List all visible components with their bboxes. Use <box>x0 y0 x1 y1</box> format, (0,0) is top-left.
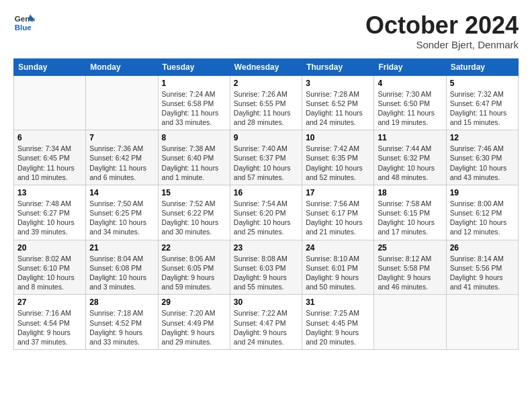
day-number: 8 <box>162 133 226 142</box>
day-number: 24 <box>306 243 370 253</box>
day-cell: 26Sunrise: 8:14 AMSunset: 5:56 PMDayligh… <box>446 240 518 295</box>
logo: General Blue <box>13 12 35 34</box>
day-info: Sunrise: 7:58 AMSunset: 6:15 PMDaylight:… <box>378 199 442 237</box>
day-number: 31 <box>306 298 370 307</box>
day-cell: 1Sunrise: 7:24 AMSunset: 6:58 PMDaylight… <box>158 75 230 130</box>
calendar-table: SundayMondayTuesdayWednesdayThursdayFrid… <box>13 58 519 350</box>
weekday-thursday: Thursday <box>302 58 374 75</box>
day-cell: 5Sunrise: 7:32 AMSunset: 6:47 PMDaylight… <box>446 75 518 130</box>
day-cell <box>86 75 158 130</box>
day-cell: 4Sunrise: 7:30 AMSunset: 6:50 PMDaylight… <box>374 75 446 130</box>
title-area: October 2024 Sonder Bjert, Denmark <box>365 12 519 50</box>
day-number: 26 <box>450 243 515 253</box>
day-cell: 9Sunrise: 7:40 AMSunset: 6:37 PMDaylight… <box>230 130 302 185</box>
day-number: 15 <box>162 188 226 197</box>
day-cell: 13Sunrise: 7:48 AMSunset: 6:27 PMDayligh… <box>14 185 86 240</box>
day-info: Sunrise: 8:00 AMSunset: 6:12 PMDaylight:… <box>450 199 515 237</box>
day-info: Sunrise: 7:32 AMSunset: 6:47 PMDaylight:… <box>450 89 515 128</box>
day-number: 12 <box>450 133 515 142</box>
week-row-4: 20Sunrise: 8:02 AMSunset: 6:10 PMDayligh… <box>14 240 519 295</box>
day-info: Sunrise: 7:16 AMSunset: 4:54 PMDaylight:… <box>17 308 82 347</box>
week-row-5: 27Sunrise: 7:16 AMSunset: 4:54 PMDayligh… <box>14 295 519 350</box>
day-number: 27 <box>17 298 82 307</box>
day-info: Sunrise: 7:50 AMSunset: 6:25 PMDaylight:… <box>89 199 154 237</box>
day-info: Sunrise: 7:46 AMSunset: 6:30 PMDaylight:… <box>450 144 515 182</box>
day-number: 25 <box>378 243 442 253</box>
day-cell: 7Sunrise: 7:36 AMSunset: 6:42 PMDaylight… <box>86 130 158 185</box>
day-info: Sunrise: 7:48 AMSunset: 6:27 PMDaylight:… <box>17 199 82 237</box>
day-number: 6 <box>17 133 82 142</box>
day-info: Sunrise: 7:38 AMSunset: 6:40 PMDaylight:… <box>162 144 226 182</box>
svg-text:Blue: Blue <box>15 24 32 32</box>
day-info: Sunrise: 7:44 AMSunset: 6:32 PMDaylight:… <box>378 144 442 182</box>
day-number: 4 <box>378 79 442 88</box>
weekday-wednesday: Wednesday <box>230 58 302 75</box>
day-info: Sunrise: 7:24 AMSunset: 6:58 PMDaylight:… <box>162 89 226 128</box>
day-info: Sunrise: 7:30 AMSunset: 6:50 PMDaylight:… <box>378 89 442 128</box>
day-number: 10 <box>306 133 370 142</box>
day-cell: 31Sunrise: 7:25 AMSunset: 4:45 PMDayligh… <box>302 295 374 350</box>
day-number: 29 <box>162 298 226 307</box>
day-number: 1 <box>162 79 226 88</box>
day-cell: 21Sunrise: 8:04 AMSunset: 6:08 PMDayligh… <box>86 240 158 295</box>
day-number: 18 <box>378 188 442 197</box>
day-cell: 6Sunrise: 7:34 AMSunset: 6:45 PMDaylight… <box>14 130 86 185</box>
day-cell: 15Sunrise: 7:52 AMSunset: 6:22 PMDayligh… <box>158 185 230 240</box>
day-cell: 19Sunrise: 8:00 AMSunset: 6:12 PMDayligh… <box>446 185 518 240</box>
day-info: Sunrise: 8:02 AMSunset: 6:10 PMDaylight:… <box>17 254 82 292</box>
logo-icon: General Blue <box>13 12 35 34</box>
day-cell <box>446 295 518 350</box>
header: General Blue October 2024 Sonder Bjert, … <box>13 12 519 50</box>
day-cell: 10Sunrise: 7:42 AMSunset: 6:35 PMDayligh… <box>302 130 374 185</box>
day-info: Sunrise: 7:18 AMSunset: 4:52 PMDaylight:… <box>89 308 154 347</box>
day-cell: 14Sunrise: 7:50 AMSunset: 6:25 PMDayligh… <box>86 185 158 240</box>
day-number: 16 <box>234 188 298 197</box>
day-number: 20 <box>17 243 82 253</box>
day-number: 21 <box>89 243 154 253</box>
day-number: 2 <box>234 79 298 88</box>
day-cell: 2Sunrise: 7:26 AMSunset: 6:55 PMDaylight… <box>230 75 302 130</box>
day-info: Sunrise: 7:20 AMSunset: 4:49 PMDaylight:… <box>162 308 226 347</box>
day-info: Sunrise: 7:28 AMSunset: 6:52 PMDaylight:… <box>306 89 370 128</box>
day-cell: 16Sunrise: 7:54 AMSunset: 6:20 PMDayligh… <box>230 185 302 240</box>
day-info: Sunrise: 7:34 AMSunset: 6:45 PMDaylight:… <box>17 144 82 182</box>
day-cell: 3Sunrise: 7:28 AMSunset: 6:52 PMDaylight… <box>302 75 374 130</box>
day-number: 17 <box>306 188 370 197</box>
day-cell: 28Sunrise: 7:18 AMSunset: 4:52 PMDayligh… <box>86 295 158 350</box>
weekday-tuesday: Tuesday <box>158 58 230 75</box>
day-info: Sunrise: 7:56 AMSunset: 6:17 PMDaylight:… <box>306 199 370 237</box>
day-number: 22 <box>162 243 226 253</box>
day-cell: 11Sunrise: 7:44 AMSunset: 6:32 PMDayligh… <box>374 130 446 185</box>
day-cell: 20Sunrise: 8:02 AMSunset: 6:10 PMDayligh… <box>14 240 86 295</box>
weekday-monday: Monday <box>86 58 158 75</box>
day-info: Sunrise: 7:22 AMSunset: 4:47 PMDaylight:… <box>234 308 298 347</box>
day-info: Sunrise: 8:04 AMSunset: 6:08 PMDaylight:… <box>89 254 154 292</box>
calendar-body: 1Sunrise: 7:24 AMSunset: 6:58 PMDaylight… <box>14 75 519 349</box>
day-info: Sunrise: 7:52 AMSunset: 6:22 PMDaylight:… <box>162 199 226 237</box>
calendar-header: SundayMondayTuesdayWednesdayThursdayFrid… <box>14 58 519 75</box>
day-number: 11 <box>378 133 442 142</box>
day-number: 23 <box>234 243 298 253</box>
day-number: 28 <box>89 298 154 307</box>
day-cell: 22Sunrise: 8:06 AMSunset: 6:05 PMDayligh… <box>158 240 230 295</box>
day-number: 3 <box>306 79 370 88</box>
day-cell: 12Sunrise: 7:46 AMSunset: 6:30 PMDayligh… <box>446 130 518 185</box>
day-info: Sunrise: 7:36 AMSunset: 6:42 PMDaylight:… <box>89 144 154 182</box>
month-title: October 2024 <box>365 12 519 39</box>
day-info: Sunrise: 7:54 AMSunset: 6:20 PMDaylight:… <box>234 199 298 237</box>
day-number: 5 <box>450 79 515 88</box>
day-cell: 25Sunrise: 8:12 AMSunset: 5:58 PMDayligh… <box>374 240 446 295</box>
day-cell: 29Sunrise: 7:20 AMSunset: 4:49 PMDayligh… <box>158 295 230 350</box>
day-cell: 23Sunrise: 8:08 AMSunset: 6:03 PMDayligh… <box>230 240 302 295</box>
day-cell: 27Sunrise: 7:16 AMSunset: 4:54 PMDayligh… <box>14 295 86 350</box>
day-info: Sunrise: 7:42 AMSunset: 6:35 PMDaylight:… <box>306 144 370 182</box>
day-info: Sunrise: 8:14 AMSunset: 5:56 PMDaylight:… <box>450 254 515 292</box>
day-cell: 17Sunrise: 7:56 AMSunset: 6:17 PMDayligh… <box>302 185 374 240</box>
day-number: 9 <box>234 133 298 142</box>
day-info: Sunrise: 7:26 AMSunset: 6:55 PMDaylight:… <box>234 89 298 128</box>
weekday-sunday: Sunday <box>14 58 86 75</box>
day-number: 7 <box>89 133 154 142</box>
subtitle: Sonder Bjert, Denmark <box>365 39 519 50</box>
day-cell: 8Sunrise: 7:38 AMSunset: 6:40 PMDaylight… <box>158 130 230 185</box>
day-cell: 24Sunrise: 8:10 AMSunset: 6:01 PMDayligh… <box>302 240 374 295</box>
